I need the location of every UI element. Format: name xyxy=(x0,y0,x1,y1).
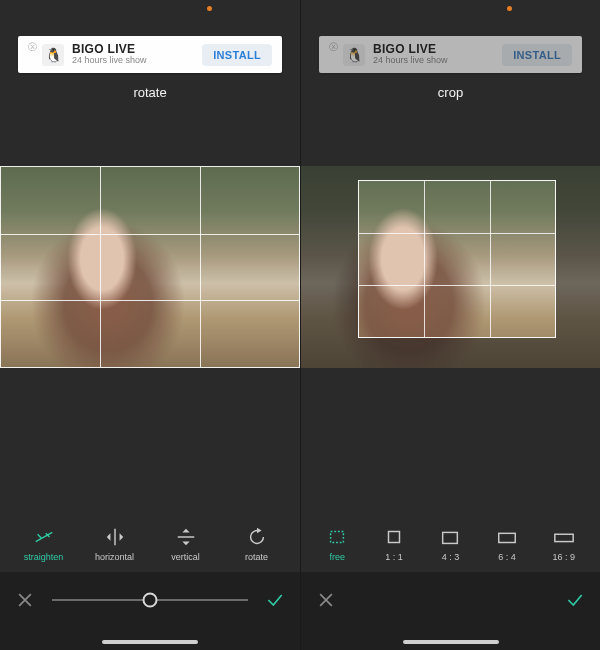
bottom-bar xyxy=(0,572,300,650)
tool-label: 4 : 3 xyxy=(442,552,460,562)
home-indicator[interactable] xyxy=(102,640,198,644)
straighten-slider[interactable] xyxy=(52,590,248,610)
flip-vertical-icon xyxy=(175,526,197,548)
aspect-1-1-icon xyxy=(383,526,405,548)
ad-install-button[interactable]: INSTALL xyxy=(502,44,572,66)
bottom-bar xyxy=(301,572,600,650)
tool-label: 16 : 9 xyxy=(552,552,575,562)
ad-banner[interactable]: ⓧ 🐧 BIGO LIVE 24 hours live show INSTALL xyxy=(319,36,582,73)
svg-rect-1 xyxy=(388,532,399,543)
tool-label: 1 : 1 xyxy=(385,552,403,562)
image-canvas[interactable] xyxy=(0,166,300,368)
rotate-tool-row: straighten horizontal vertical rotate xyxy=(0,526,300,572)
svg-rect-3 xyxy=(499,533,516,542)
confirm-button[interactable] xyxy=(562,587,588,613)
recording-indicator-icon xyxy=(507,6,512,11)
ad-install-button[interactable]: INSTALL xyxy=(202,44,272,66)
ad-subtitle: 24 hours live show xyxy=(72,56,202,66)
tool-flip-vertical[interactable]: vertical xyxy=(162,526,210,562)
tool-label: 6 : 4 xyxy=(498,552,516,562)
tool-rotate[interactable]: rotate xyxy=(233,526,281,562)
mode-label: crop xyxy=(301,85,600,100)
aspect-16-9-icon xyxy=(553,526,575,548)
aspect-6-4-icon xyxy=(496,526,518,548)
close-icon xyxy=(316,590,336,610)
aspect-free-icon xyxy=(326,526,348,548)
aspect-6-4[interactable]: 6 : 4 xyxy=(483,526,531,562)
svg-rect-4 xyxy=(555,534,573,541)
aspect-free[interactable]: free xyxy=(313,526,361,562)
ad-subtitle: 24 hours live show xyxy=(373,56,502,66)
tool-flip-horizontal[interactable]: horizontal xyxy=(91,526,139,562)
check-icon xyxy=(265,590,285,610)
ad-banner[interactable]: ⓧ 🐧 BIGO LIVE 24 hours live show INSTALL xyxy=(18,36,282,73)
cancel-button[interactable] xyxy=(313,587,339,613)
tool-label: vertical xyxy=(171,552,200,562)
aspect-16-9[interactable]: 16 : 9 xyxy=(540,526,588,562)
aspect-1-1[interactable]: 1 : 1 xyxy=(370,526,418,562)
ad-app-icon: 🐧 xyxy=(42,44,64,66)
tool-label: horizontal xyxy=(95,552,134,562)
flip-horizontal-icon xyxy=(104,526,126,548)
svg-rect-0 xyxy=(331,532,344,543)
straighten-icon xyxy=(33,526,55,548)
tool-label: free xyxy=(330,552,346,562)
aspect-4-3[interactable]: 4 : 3 xyxy=(426,526,474,562)
mode-label: rotate xyxy=(0,85,300,100)
crop-screen: ⓧ 🐧 BIGO LIVE 24 hours live show INSTALL… xyxy=(300,0,600,650)
rotate-screen: ⓧ 🐧 BIGO LIVE 24 hours live show INSTALL… xyxy=(0,0,300,650)
cancel-button[interactable] xyxy=(12,587,38,613)
check-icon xyxy=(565,590,585,610)
confirm-button[interactable] xyxy=(262,587,288,613)
tool-label: straighten xyxy=(24,552,64,562)
crop-aspect-row: free 1 : 1 4 : 3 6 : 4 16 : 9 xyxy=(301,526,600,572)
tool-straighten[interactable]: straighten xyxy=(20,526,68,562)
svg-rect-2 xyxy=(443,532,458,543)
image-canvas[interactable] xyxy=(301,166,600,368)
home-indicator[interactable] xyxy=(403,640,499,644)
crop-region[interactable] xyxy=(358,180,556,338)
ad-app-icon: 🐧 xyxy=(343,44,365,66)
tool-label: rotate xyxy=(245,552,268,562)
slider-thumb[interactable] xyxy=(143,593,158,608)
rotate-icon xyxy=(246,526,268,548)
recording-indicator-icon xyxy=(207,6,212,11)
aspect-4-3-icon xyxy=(439,526,461,548)
close-icon xyxy=(15,590,35,610)
rule-of-thirds-grid xyxy=(0,166,300,368)
ad-close-icon[interactable]: ⓧ xyxy=(28,43,37,52)
ad-close-icon[interactable]: ⓧ xyxy=(329,43,338,52)
